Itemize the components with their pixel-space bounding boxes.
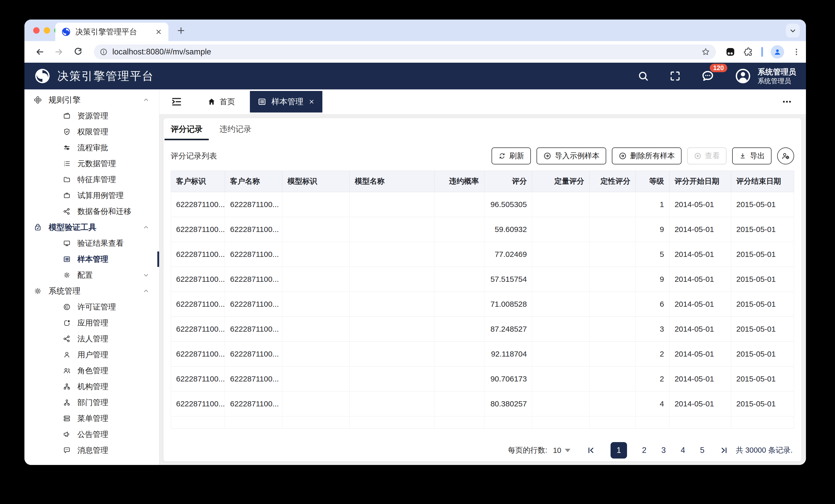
close-window-button[interactable] (33, 27, 40, 34)
sidebar-item-message-management[interactable]: 消息管理 (24, 442, 159, 458)
table-row[interactable]: 6222871100... 6222871100... 80.380257 4 … (171, 392, 794, 416)
last-page-icon[interactable] (719, 446, 728, 455)
tab-score-records[interactable]: 评分记录 (171, 118, 203, 140)
sidebar-item-config[interactable]: 配置 (24, 267, 159, 283)
cell-end-date: 2015-05-01 (731, 242, 794, 267)
page-button[interactable]: 3 (661, 446, 666, 455)
rows-per-page-select[interactable]: 10 (553, 446, 561, 455)
sidebar-item-user-management[interactable]: 用户管理 (24, 347, 159, 363)
sidebar-item-legal-entity[interactable]: 法人管理 (24, 331, 159, 347)
bookmark-star-icon[interactable] (701, 47, 710, 57)
fullscreen-icon[interactable] (669, 70, 681, 82)
sidebar-group-system[interactable]: 系统管理 (24, 283, 159, 299)
refresh-button[interactable]: 刷新 (491, 147, 531, 164)
user-avatar-icon[interactable] (734, 67, 751, 85)
cell-customer-id: 6222871100... (171, 242, 225, 267)
table-row[interactable]: 6222871100... 6222871100... 57.515754 9 … (171, 267, 794, 292)
col-header[interactable]: 客户名称 (225, 171, 282, 192)
sidebar-item-metadata[interactable]: 123 元数据管理 (24, 156, 159, 172)
sidebar-item-verify-results[interactable]: 验证结果查看 (24, 235, 159, 251)
browser-menu-kebab-icon[interactable] (792, 47, 801, 57)
sidebar-item-dept-management[interactable]: 部门管理 (24, 395, 159, 411)
sidebar-group-rule-engine[interactable]: 规则引擎 (24, 92, 159, 108)
browser-tab[interactable]: 决策引擎管理平台 (55, 23, 168, 41)
tab-search-icon[interactable] (725, 47, 735, 57)
table-row[interactable]: 6222871100... 6222871100... 87.248527 3 … (171, 317, 794, 342)
cell-grade: 9 (636, 267, 669, 292)
url-text[interactable]: localhost:8080/#/mv/sample (113, 47, 701, 57)
table-row[interactable]: 6222871100... 6222871100... 71.008528 6 … (171, 292, 794, 317)
sidebar-item-org-management[interactable]: 机构管理 (24, 379, 159, 395)
import-sample-button[interactable]: 导入示例样本 (536, 147, 606, 164)
messages-icon[interactable]: 120 (701, 69, 714, 83)
address-bar[interactable]: localhost:8080/#/mv/sample (94, 44, 716, 59)
user-info[interactable]: 系统管理员 系统管理员 (758, 67, 796, 85)
page-button[interactable]: 2 (642, 446, 646, 455)
tab-strip-chevron-button[interactable] (786, 24, 800, 38)
table-row[interactable]: 6222871100... 6222871100... 92.118704 2 … (171, 342, 794, 366)
active-page-chip[interactable]: 样本管理 (250, 91, 322, 112)
col-header[interactable]: 模型名称 (350, 171, 434, 192)
stacked-rows-icon (63, 415, 71, 422)
table-row[interactable]: 6222871100... 6222871100... 90.706173 2 … (171, 366, 794, 392)
col-header[interactable]: 评分 (484, 171, 532, 192)
sidebar-item-trial-case[interactable]: 试算用例管理 (24, 188, 159, 204)
tab-default-records[interactable]: 违约记录 (220, 118, 251, 140)
sidebar-item-app-management[interactable]: 应用管理 (24, 315, 159, 331)
tab-close-icon[interactable] (155, 28, 162, 36)
new-tab-button[interactable] (176, 26, 186, 36)
folder-icon (63, 176, 71, 184)
collapse-sidebar-icon[interactable] (171, 96, 183, 108)
minimize-window-button[interactable] (44, 27, 50, 34)
sidebar-item-resource[interactable]: 资源管理 (24, 108, 159, 124)
col-header[interactable]: 评分开始日期 (669, 171, 731, 192)
col-header[interactable]: 客户标识 (171, 171, 225, 192)
col-header[interactable]: 模型标识 (282, 171, 350, 192)
delete-all-samples-button[interactable]: 删除所有样本 (612, 147, 681, 164)
cell-start-date: 2014-05-01 (669, 292, 731, 317)
sidebar-item-announcement[interactable]: 公告管理 (24, 426, 159, 442)
col-header[interactable]: 评分结束日期 (731, 171, 794, 192)
sidebar-item-permission[interactable]: 权限管理 (24, 124, 159, 140)
chip-close-icon[interactable] (308, 99, 315, 105)
sidebar-item-label: 权限管理 (77, 127, 108, 137)
sample-management-panel: 评分记录 违约记录 评分记录列表 刷新 导入示例样本 (163, 118, 801, 461)
table-row[interactable]: 6222871100... 6222871100... 96.505305 1 … (171, 192, 794, 217)
sidebar-item-feature-lib[interactable]: 特征库管理 (24, 172, 159, 188)
sidebar-item-backup[interactable]: 数据备份和迁移 (24, 204, 159, 219)
page-more-kebab-icon[interactable] (781, 96, 793, 107)
briefcase-icon (63, 192, 71, 200)
forward-icon[interactable] (54, 47, 64, 57)
sidebar-item-approval[interactable]: 流程审批 (24, 140, 159, 156)
col-header[interactable]: 定量评分 (532, 171, 590, 192)
rows-per-page-caret-icon[interactable] (565, 449, 570, 452)
extensions-puzzle-icon[interactable] (743, 47, 754, 57)
sidebar-group-model-validation[interactable]: 模型验证工具 (24, 219, 159, 235)
page-button[interactable]: 5 (700, 446, 705, 455)
export-button[interactable]: 导出 (732, 147, 772, 164)
back-icon[interactable] (35, 47, 45, 57)
cell-end-date: 2015-05-01 (731, 292, 794, 317)
sidebar-item-label: 流程审批 (77, 143, 108, 153)
pagination: 每页的行数: 10 1 2 3 4 5 共 30000 条记录. (171, 439, 794, 461)
tab-title: 决策引擎管理平台 (75, 27, 150, 37)
page-button[interactable]: 4 (681, 446, 685, 455)
table-row[interactable]: 6222871100... 6222871100... 59.60932 9 2… (171, 217, 794, 242)
sidebar-item-role-management[interactable]: 角色管理 (24, 363, 159, 379)
table-row[interactable]: 6222871100... 6222871100... 77.02469 5 2… (171, 242, 794, 267)
sidebar-item-license[interactable]: 许可证管理 (24, 299, 159, 315)
reload-icon[interactable] (73, 47, 83, 57)
page-button-current[interactable]: 1 (611, 442, 627, 459)
site-info-icon[interactable] (100, 48, 108, 56)
search-icon[interactable] (637, 70, 649, 82)
first-page-icon[interactable] (587, 446, 596, 455)
breadcrumb-home[interactable]: 首页 (207, 97, 235, 107)
sidebar-item-menu-management[interactable]: 菜单管理 (24, 411, 159, 426)
col-header[interactable]: 等级 (636, 171, 669, 192)
col-header[interactable]: 定性评分 (590, 171, 636, 192)
browser-profile-avatar[interactable] (771, 45, 784, 59)
sidebar-item-sample-management[interactable]: 样本管理 (24, 251, 159, 267)
cell-end-date: 2015-05-01 (731, 192, 794, 217)
col-header[interactable]: 违约概率 (434, 171, 484, 192)
user-settings-round-button[interactable] (777, 147, 794, 164)
